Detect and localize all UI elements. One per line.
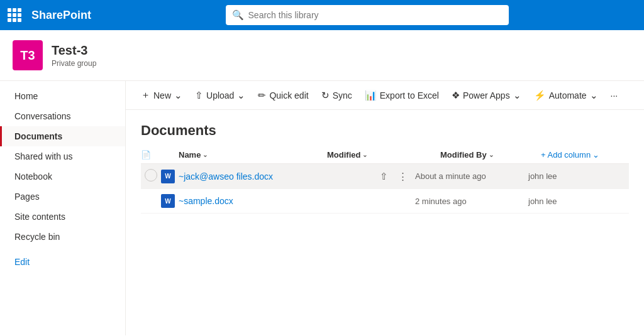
pencil-icon: ✏ <box>258 90 266 101</box>
more-actions-icon[interactable]: ⋮ <box>396 170 410 183</box>
col-name-header: Name ⌄ <box>179 150 327 160</box>
row1-file-icon: W <box>161 170 179 183</box>
automate-chevron-icon: ⌄ <box>590 90 598 101</box>
power-apps-icon: ❖ <box>452 90 460 101</box>
row2-file-icon: W <box>161 194 179 208</box>
sync-icon: ↻ <box>321 90 330 101</box>
toolbar: ＋ New ⌄ ⇧ Upload ⌄ ✏ Quick edit ↻ Sync 📊… <box>126 81 644 110</box>
add-col-chevron-icon: ⌄ <box>592 150 599 160</box>
name-col-label: Name <box>179 150 201 160</box>
sidebar-item-site-contents[interactable]: Site contents <box>0 207 125 227</box>
modified-sort-button[interactable]: Modified ⌄ <box>327 150 367 160</box>
avatar: T3 <box>13 40 43 70</box>
automate-icon: ⚡ <box>534 90 546 101</box>
modifiedby-sort-button[interactable]: Modified By ⌄ <box>440 150 494 160</box>
power-apps-button[interactable]: ❖ Power Apps ⌄ <box>447 87 526 104</box>
add-column-button[interactable]: + Add column ⌄ <box>541 150 599 160</box>
sync-label: Sync <box>333 90 352 100</box>
sidebar-item-documents[interactable]: Documents <box>0 126 125 146</box>
export-button[interactable]: 📊 Export to Excel <box>360 87 444 104</box>
row1-modified: About a minute ago <box>415 171 528 181</box>
more-icon: ··· <box>611 90 618 100</box>
sidebar-edit-link[interactable]: Edit <box>0 252 125 272</box>
sidebar-item-recycle-bin[interactable]: Recycle bin <box>0 227 125 247</box>
new-label: New <box>153 90 171 100</box>
upload-label: Upload <box>206 90 234 100</box>
power-apps-label: Power Apps <box>463 90 510 100</box>
upload-icon: ⇧ <box>195 90 203 101</box>
col-modified-header: Modified ⌄ <box>327 150 440 160</box>
file-list: 📄 Name ⌄ Modified ⌄ M <box>126 146 644 214</box>
row2-file-name[interactable]: ~sample.docx <box>179 196 410 206</box>
sharepoint-logo: SharePoint <box>31 9 91 22</box>
modified-col-label: Modified <box>327 150 360 160</box>
page-title-area: Documents <box>126 110 644 146</box>
row1-check[interactable] <box>141 169 161 183</box>
site-subtitle: Private group <box>52 59 96 68</box>
automate-button[interactable]: ⚡ Automate ⌄ <box>529 87 603 104</box>
new-chevron-icon: ⌄ <box>174 90 182 101</box>
waffle-menu[interactable] <box>8 8 21 22</box>
site-info: Test-3 Private group <box>52 43 96 68</box>
table-row[interactable]: W ~jack@awseo files.docx ⇧ ⋮ About a min… <box>141 164 629 189</box>
export-label: Export to Excel <box>380 90 439 100</box>
row1-file-name[interactable]: ~jack@awseo files.docx <box>179 171 377 182</box>
site-title: Test-3 <box>52 43 96 58</box>
content-area: ＋ New ⌄ ⇧ Upload ⌄ ✏ Quick edit ↻ Sync 📊… <box>126 81 644 335</box>
modifiedby-col-label: Modified By <box>440 150 487 160</box>
sidebar-item-shared-with-us[interactable]: Shared with us <box>0 146 125 166</box>
top-bar: SharePoint 🔍 <box>0 0 644 30</box>
sidebar-item-pages[interactable]: Pages <box>0 187 125 207</box>
modifiedby-sort-icon: ⌄ <box>489 151 494 158</box>
upload-button[interactable]: ⇧ Upload ⌄ <box>190 87 250 104</box>
sidebar-item-conversations[interactable]: Conversations <box>0 106 125 126</box>
power-apps-chevron-icon: ⌄ <box>513 90 521 101</box>
col-check-header: 📄 <box>141 150 161 160</box>
page-title: Documents <box>141 122 629 139</box>
plus-icon: ＋ <box>141 89 150 101</box>
file-icon-header: 📄 <box>141 150 151 160</box>
sync-button[interactable]: ↻ Sync <box>316 87 357 104</box>
table-row[interactable]: W ~sample.docx 2 minutes ago john lee <box>141 189 629 214</box>
col-modifiedby-header: Modified By ⌄ <box>440 150 541 160</box>
search-container: 🔍 <box>226 5 509 25</box>
row2-modified: 2 minutes ago <box>415 197 528 206</box>
sidebar: Home Conversations Documents Shared with… <box>0 81 126 335</box>
name-sort-button[interactable]: Name ⌄ <box>179 150 208 160</box>
modified-sort-icon: ⌄ <box>362 151 367 158</box>
search-input[interactable] <box>226 5 509 25</box>
more-button[interactable]: ··· <box>606 87 623 104</box>
row1-file-actions: ⇧ ⋮ <box>377 170 415 183</box>
upload-chevron-icon: ⌄ <box>237 90 245 101</box>
add-col-label: + Add column <box>541 150 591 160</box>
check-circle-icon[interactable] <box>145 169 157 182</box>
file-list-header: 📄 Name ⌄ Modified ⌄ M <box>141 146 629 164</box>
quick-edit-button[interactable]: ✏ Quick edit <box>253 87 313 104</box>
new-button[interactable]: ＋ New ⌄ <box>136 86 187 104</box>
row2-modifiedby: john lee <box>528 197 629 206</box>
sidebar-item-home[interactable]: Home <box>0 86 125 106</box>
quick-edit-label: Quick edit <box>269 90 308 100</box>
site-header: T3 Test-3 Private group <box>0 30 644 81</box>
main-layout: Home Conversations Documents Shared with… <box>0 81 644 335</box>
share-icon[interactable]: ⇧ <box>377 170 391 183</box>
automate-label: Automate <box>549 90 587 100</box>
excel-icon: 📊 <box>365 90 377 101</box>
word-icon: W <box>161 170 175 183</box>
col-addcol-header: + Add column ⌄ <box>541 150 629 160</box>
sidebar-item-notebook[interactable]: Notebook <box>0 166 125 187</box>
word-icon: W <box>161 194 175 208</box>
name-sort-icon: ⌄ <box>203 151 208 158</box>
row1-modifiedby: john lee <box>528 171 629 181</box>
